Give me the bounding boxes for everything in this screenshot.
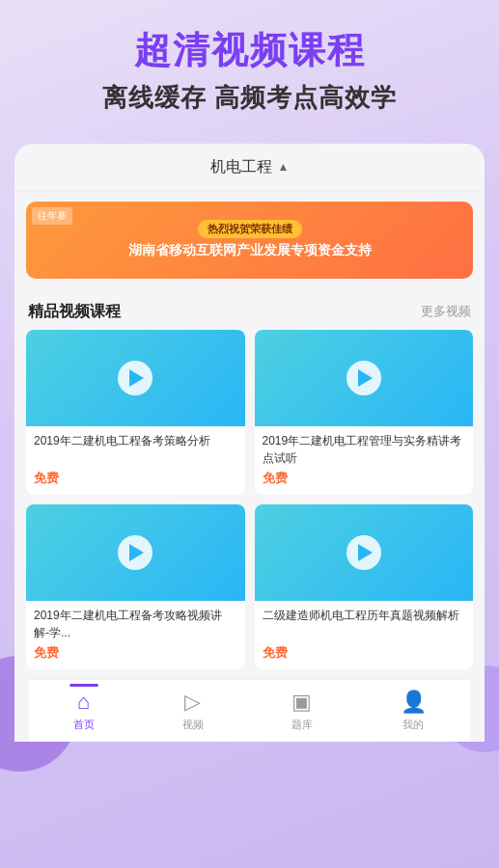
video-icon: ▷ [184, 690, 201, 715]
play-button-2 [347, 361, 381, 395]
play-triangle-icon-1 [129, 369, 144, 387]
home-icon: ⌂ [77, 690, 90, 715]
video-title-4: 二级建造师机电工程历年真题视频解析 [263, 607, 466, 641]
nav-home[interactable]: ⌂ 首页 [58, 684, 110, 738]
category-bar[interactable]: 机电工程 ▲ [14, 144, 485, 192]
video-info-2: 2019年二建机电工程管理与实务精讲考点试听 免费 [255, 426, 474, 495]
section-header: 精品视频课程 更多视频 [14, 288, 485, 330]
video-item-1[interactable]: 2019年二建机电工程备考策略分析 免费 [26, 330, 245, 495]
video-price-4: 免费 [263, 644, 466, 662]
category-arrow-icon: ▲ [278, 160, 290, 174]
play-triangle-icon-2 [358, 369, 373, 387]
banner-text: 湖南省移动互联网产业发展专项资金支持 [128, 242, 372, 259]
more-videos-link[interactable]: 更多视频 [421, 303, 471, 320]
category-name: 机电工程 [210, 157, 272, 177]
video-title-2: 2019年二建机电工程管理与实务精讲考点试听 [263, 432, 466, 467]
section-title: 精品视频课程 [28, 302, 121, 322]
video-item-4[interactable]: 二级建造师机电工程历年真题视频解析 免费 [255, 504, 474, 669]
banner-badge: 热烈祝贺荣获佳绩 [198, 220, 302, 238]
play-button-1 [118, 361, 152, 395]
nav-mine[interactable]: 👤 我的 [385, 684, 442, 738]
video-price-3: 免费 [34, 644, 237, 662]
main-title: 超清视频课程 [19, 29, 480, 73]
video-thumb-3 [26, 504, 245, 601]
bottom-nav: ⌂ 首页 ▷ 视频 ▣ 题库 👤 我的 [29, 679, 470, 742]
nav-question[interactable]: ▣ 题库 [276, 684, 328, 738]
nav-home-label: 首页 [73, 718, 95, 732]
nav-video[interactable]: ▷ 视频 [167, 684, 219, 738]
play-button-3 [118, 535, 152, 570]
book-icon: ▣ [291, 690, 312, 715]
video-info-1: 2019年二建机电工程备考策略分析 免费 [26, 426, 245, 495]
sub-title: 离线缓存 高频考点高效学 [19, 81, 480, 115]
video-title-3: 2019年二建机电工程备考攻略视频讲解-学... [34, 607, 237, 641]
play-button-4 [347, 535, 381, 570]
banner[interactable]: 往年赛 热烈祝贺荣获佳绩 湖南省移动互联网产业发展专项资金支持 [26, 202, 473, 279]
video-thumb-4 [255, 504, 474, 601]
banner-tag: 往年赛 [32, 207, 72, 225]
play-triangle-icon-3 [129, 544, 144, 561]
video-price-2: 免费 [263, 470, 466, 487]
video-grid: 2019年二建机电工程备考策略分析 免费 2019年二建机电工程管理与实务精讲考… [14, 330, 485, 669]
video-item-2[interactable]: 2019年二建机电工程管理与实务精讲考点试听 免费 [255, 330, 474, 495]
nav-mine-label: 我的 [402, 718, 424, 732]
nav-video-label: 视频 [182, 718, 204, 732]
video-thumb-2 [255, 330, 474, 426]
video-thumb-1 [26, 330, 245, 426]
user-icon: 👤 [401, 690, 427, 715]
video-info-3: 2019年二建机电工程备考攻略视频讲解-学... 免费 [26, 601, 245, 669]
main-card: 机电工程 ▲ 往年赛 热烈祝贺荣获佳绩 湖南省移动互联网产业发展专项资金支持 精… [14, 144, 485, 742]
nav-question-label: 题库 [291, 718, 313, 732]
video-price-1: 免费 [34, 470, 237, 487]
video-item-3[interactable]: 2019年二建机电工程备考攻略视频讲解-学... 免费 [26, 504, 245, 669]
play-triangle-icon-4 [358, 544, 373, 561]
video-info-4: 二级建造师机电工程历年真题视频解析 免费 [255, 601, 474, 669]
nav-active-indicator [69, 684, 98, 687]
header-section: 超清视频课程 离线缓存 高频考点高效学 [0, 0, 499, 124]
video-title-1: 2019年二建机电工程备考策略分析 [34, 432, 237, 467]
